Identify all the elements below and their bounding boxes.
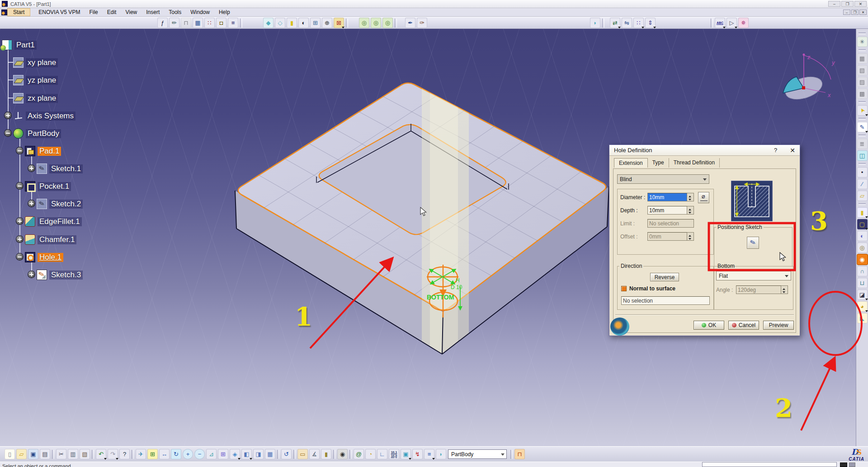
tree-item-chamfer1[interactable]: Chamfer.1	[25, 234, 76, 246]
axis-system-icon[interactable]: ∟	[377, 449, 387, 459]
diameter-dimension-icon[interactable]	[698, 192, 709, 203]
line-icon[interactable]: ∕	[857, 179, 868, 189]
preview-button[interactable]: Preview	[763, 321, 794, 330]
mdi-maximize-button[interactable]: ❐	[851, 9, 859, 15]
chamfer-icon[interactable]: ◣	[857, 313, 868, 323]
lock-icon[interactable]: ◘	[216, 18, 226, 28]
status-button-gray[interactable]	[849, 462, 855, 467]
tree-item-yz-plane[interactable]: yz plane	[13, 74, 58, 86]
maximize-button[interactable]: ❐	[841, 1, 854, 7]
update-icon[interactable]: ▣	[401, 449, 411, 459]
dropdown-arrow-icon[interactable]	[723, 27, 726, 28]
tree-expander[interactable]	[16, 182, 23, 189]
tab-thread-definition[interactable]: Thread Definition	[669, 158, 720, 168]
settings-gear-icon[interactable]: ✳	[857, 37, 868, 47]
dropdown-arrow-icon[interactable]	[653, 27, 656, 28]
status-button-dark[interactable]	[840, 462, 847, 467]
dropdown-arrow-icon[interactable]	[409, 458, 411, 460]
dropdown-arrow-icon[interactable]	[250, 458, 252, 460]
normal-to-surface-checkbox[interactable]	[621, 286, 627, 291]
tree-item-sketch1[interactable]: Sketch.1	[37, 163, 83, 175]
hole-icon[interactable]: ◉	[857, 254, 868, 265]
tree-item-label[interactable]: PartBody	[26, 129, 61, 138]
undo-icon[interactable]: ↶	[96, 449, 106, 459]
parameters-list-icon[interactable]: ≡	[228, 18, 238, 28]
diameter-spinner[interactable]	[687, 193, 694, 201]
tree-item-label[interactable]: Sketch.1	[49, 164, 83, 173]
positioning-sketch-button[interactable]	[747, 237, 759, 249]
select-arrow-icon[interactable]: ➤	[857, 105, 868, 116]
speech-bubble-icon[interactable]: ✏	[169, 18, 179, 28]
tree-expander[interactable]	[5, 130, 11, 136]
dropdown-arrow-icon[interactable]	[618, 27, 621, 28]
clamp-icon[interactable]: ⊓	[514, 449, 525, 459]
scale-icon[interactable]: ⇕	[645, 18, 656, 28]
filleted-pad-icon[interactable]: ◇	[275, 18, 285, 28]
tree-item-edgefillet1[interactable]: EdgeFillet.1	[25, 215, 82, 228]
offset-field[interactable]	[647, 232, 687, 241]
zoom-out-icon[interactable]: −	[194, 449, 205, 459]
views-icon[interactable]: ≣	[857, 139, 868, 149]
dark-half-icon[interactable]: ◐	[298, 18, 309, 28]
rotate-icon[interactable]: ↻	[171, 449, 181, 459]
shaded-pad-icon[interactable]: ◆	[263, 18, 274, 28]
tree-item-sketch2[interactable]: Sketch.2	[37, 198, 83, 210]
zoom-in-icon[interactable]: +	[183, 449, 193, 459]
dropdown-arrow-icon[interactable]	[642, 27, 644, 28]
mdi-close-button[interactable]: ✕	[859, 9, 867, 15]
direction-selection-field[interactable]	[621, 296, 710, 305]
dropdown-arrow-icon[interactable]	[432, 458, 435, 460]
tree-item-part1[interactable]: Part1	[2, 39, 37, 51]
target-crosshair-icon[interactable]: ⊕	[322, 18, 332, 28]
plane-icon[interactable]: ▱	[857, 191, 868, 201]
product-structure-icon[interactable]: ▦	[857, 53, 868, 64]
tab-extension[interactable]: Extension	[614, 158, 648, 168]
tree-item-label[interactable]: Axis Systems	[26, 112, 75, 121]
dropdown-arrow-icon[interactable]	[865, 228, 868, 230]
stamp-icon[interactable]: ✵	[738, 18, 749, 28]
formula-fx-icon[interactable]: ƒ	[157, 18, 168, 28]
cut-icon[interactable]: ✂	[56, 449, 66, 459]
paste-icon[interactable]: ▧	[80, 449, 90, 459]
point-icon[interactable]: •	[857, 167, 868, 177]
lock-small-icon[interactable]: ⊓	[181, 18, 191, 28]
limit-field[interactable]	[647, 219, 694, 228]
dropdown-arrow-icon[interactable]	[865, 299, 868, 300]
tree-item-zx-plane[interactable]: zx plane	[13, 92, 58, 104]
dropdown-arrow-icon[interactable]	[865, 131, 868, 133]
pad-icon[interactable]: ▮	[857, 207, 868, 218]
tree-item-pad1[interactable]: Pad.1	[25, 145, 61, 157]
tab-type[interactable]: Type	[648, 158, 669, 168]
tree-expander[interactable]	[28, 271, 35, 278]
save-icon[interactable]: ▣	[28, 449, 38, 459]
tree-item-hole1[interactable]: Hole.1	[25, 251, 63, 263]
dropdown-arrow-icon[interactable]	[735, 27, 737, 28]
menu-edit[interactable]: Edit	[103, 9, 121, 16]
normal-view-icon[interactable]: ⊿	[206, 449, 217, 459]
hole-definition-dialog[interactable]: Hole Definition ? ✕ Extension Type Threa…	[609, 145, 800, 336]
bottom-type-select[interactable]: Flat	[716, 271, 791, 280]
tree-item-sketch3[interactable]: Sketch.3	[37, 269, 83, 281]
tree-item-label[interactable]: Sketch.3	[49, 271, 83, 280]
dropdown-arrow-icon[interactable]	[342, 27, 344, 28]
angle-field[interactable]	[736, 285, 781, 294]
dialog-title-bar[interactable]: Hole Definition ? ✕	[609, 145, 800, 156]
cancel-button[interactable]: Cancel	[728, 321, 759, 330]
design-table-icon[interactable]: ▦	[193, 18, 203, 28]
reverse-button[interactable]: Reverse	[650, 273, 679, 281]
dropdown-arrow-icon[interactable]	[865, 216, 868, 218]
sketcher-icon[interactable]: ✎	[857, 122, 868, 132]
tree-expander[interactable]	[16, 218, 23, 224]
pocket-icon[interactable]: ▢	[857, 219, 868, 229]
dimension-display-icon[interactable]: 10,1 10,0	[389, 449, 399, 459]
menu-insert[interactable]: Insert	[142, 9, 164, 16]
help-pointer-icon[interactable]: ?	[119, 449, 130, 459]
sketch-tools-icon[interactable]: ◫	[857, 150, 868, 161]
menu-window[interactable]: Window	[186, 9, 214, 16]
copy-icon[interactable]: ▥	[68, 449, 78, 459]
tree-expander[interactable]	[16, 236, 23, 243]
menu-help[interactable]: Help	[214, 9, 235, 16]
extension-type-select[interactable]: Blind	[617, 174, 709, 184]
catalog-edit-icon[interactable]: ◎	[371, 18, 381, 28]
dialog-help-button[interactable]: ?	[774, 147, 777, 154]
